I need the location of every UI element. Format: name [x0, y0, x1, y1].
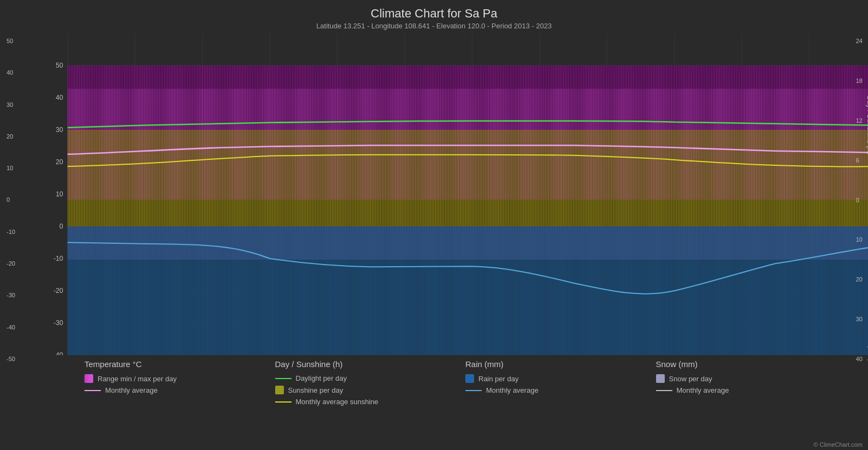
right-axis-labels: 24 18 12 6 0 10 20 30 40 [856, 38, 863, 362]
left-axis-40: 40 [7, 69, 15, 76]
left-axis-n10: -10 [7, 229, 15, 235]
right-axis-30: 30 [856, 316, 863, 322]
svg-text:50: 50 [56, 62, 63, 69]
chart-title: Climate Chart for Sa Pa [0, 7, 868, 21]
svg-text:40: 40 [56, 94, 63, 101]
legend-temp-avg-label: Monthly average [105, 386, 157, 394]
svg-rect-35 [68, 226, 868, 260]
legend-rain-title: Rain (mm) [465, 359, 656, 369]
copyright: © ClimeChart.com [814, 441, 863, 448]
legend-temp-range: Range min / max per day [84, 374, 275, 383]
legend-temperature: Temperature °C Range min / max per day M… [84, 359, 275, 426]
right-axis-24: 24 [856, 38, 863, 44]
right-axis-10: 10 [856, 236, 863, 243]
legend-snow: Snow (mm) Snow per day Monthly average [656, 359, 847, 426]
chart-svg: 50 40 30 20 10 0 -10 -20 -30 -40 24 18 1… [38, 33, 868, 355]
legend-snow-per-day-label: Snow per day [669, 375, 713, 383]
svg-text:-40: -40 [53, 351, 63, 355]
legend-temp-avg: Monthly average [84, 386, 275, 394]
right-axis-18: 18 [856, 77, 863, 84]
left-axis-10: 10 [7, 165, 15, 171]
svg-text:20: 20 [56, 158, 63, 166]
left-axis-n50: -50 [7, 356, 15, 362]
legend-snow-avg-label: Monthly average [677, 386, 729, 394]
legend-temp-range-label: Range min / max per day [98, 375, 177, 383]
right-axis-12: 12 [856, 117, 863, 124]
svg-text:0: 0 [59, 223, 63, 230]
legend-snow-per-day: Snow per day [656, 374, 847, 383]
legend-snow-title: Snow (mm) [656, 359, 847, 369]
sun-avg-line [275, 401, 292, 403]
left-axis-20: 20 [7, 133, 15, 140]
left-axis-n20: -20 [7, 260, 15, 267]
right-axis-6: 6 [856, 157, 863, 164]
legend-rain-avg-label: Monthly average [486, 386, 538, 394]
legend-snow-avg: Monthly average [656, 386, 847, 394]
main-container: Climate Chart for Sa Pa Latitude 13.251 … [0, 0, 868, 450]
chart-header: Climate Chart for Sa Pa Latitude 13.251 … [0, 0, 868, 32]
snow-per-day-swatch [656, 374, 665, 383]
legend-daylight-label: Daylight per day [296, 374, 347, 382]
legend-area: Temperature °C Range min / max per day M… [41, 355, 868, 426]
legend-sunshine: Day / Sunshine (h) Daylight per day Suns… [275, 359, 466, 426]
snow-avg-line [656, 390, 672, 391]
legend-rain: Rain (mm) Rain per day Monthly average [465, 359, 656, 426]
right-axis-0: 0 [856, 197, 863, 203]
left-axis-0: 0 [7, 196, 15, 203]
svg-text:-30: -30 [53, 319, 63, 327]
legend-rain-per-day: Rain per day [465, 374, 656, 383]
right-axis-20: 20 [856, 276, 863, 283]
legend-rain-avg: Monthly average [465, 386, 656, 394]
legend-temperature-title: Temperature °C [84, 359, 275, 369]
left-axis-30: 30 [7, 101, 15, 108]
svg-text:30: 30 [56, 126, 63, 134]
temp-range-swatch [84, 374, 93, 383]
daylight-line [275, 378, 292, 379]
svg-text:-10: -10 [53, 255, 63, 262]
legend-sun-avg: Monthly average sunshine [275, 398, 466, 406]
svg-text:-20: -20 [53, 287, 63, 295]
left-axis-n30: -30 [7, 292, 15, 298]
legend-sun-per-day-label: Sunshine per day [288, 386, 343, 394]
rain-per-day-swatch [465, 374, 474, 383]
left-axis-n40: -40 [7, 324, 15, 331]
temp-avg-line [84, 390, 101, 391]
right-axis-40: 40 [856, 356, 863, 362]
svg-text:10: 10 [56, 190, 63, 198]
legend-rain-per-day-label: Rain per day [478, 375, 519, 383]
rain-avg-line [465, 390, 482, 391]
left-axis-50: 50 [7, 38, 15, 44]
svg-rect-37 [68, 89, 868, 200]
chart-subtitle: Latitude 13.251 - Longitude 108.641 - El… [0, 22, 868, 30]
legend-sun-avg-label: Monthly average sunshine [296, 398, 379, 406]
legend-sun-per-day: Sunshine per day [275, 386, 466, 394]
left-axis-labels: 50 40 30 20 10 0 -10 -20 -30 -40 -50 [7, 38, 15, 362]
legend-daylight: Daylight per day [275, 374, 466, 382]
legend-sunshine-title: Day / Sunshine (h) [275, 359, 466, 369]
sun-per-day-swatch [275, 386, 284, 394]
